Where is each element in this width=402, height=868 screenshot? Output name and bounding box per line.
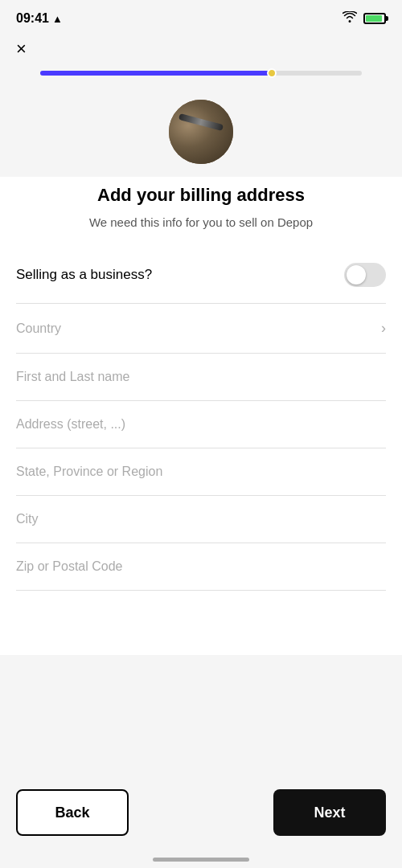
page-subtitle: We need this info for you to sell on Dep…	[24, 214, 378, 231]
avatar	[169, 100, 233, 164]
country-field-row: ›	[16, 304, 386, 354]
home-indicator	[153, 858, 249, 862]
status-bar: 09:41 ▲	[0, 0, 402, 32]
zip-field-row	[16, 543, 386, 591]
battery-icon	[363, 13, 386, 24]
business-toggle-label: Selling as a business?	[16, 267, 152, 283]
status-time: 09:41 ▲	[16, 11, 63, 26]
progress-track	[40, 71, 362, 76]
back-button[interactable]: Back	[16, 789, 129, 836]
progress-bar-container	[0, 63, 402, 92]
address-field-row	[16, 401, 386, 448]
wifi-icon	[343, 11, 357, 26]
state-input[interactable]	[16, 465, 386, 479]
title-section: Add your billing address We need this in…	[0, 177, 402, 247]
progress-fill	[40, 71, 272, 76]
state-field-row	[16, 448, 386, 496]
address-input[interactable]	[16, 417, 386, 432]
name-field-row	[16, 354, 386, 401]
business-toggle-row: Selling as a business?	[16, 247, 386, 304]
zip-input[interactable]	[16, 559, 386, 574]
bottom-spacer	[0, 591, 402, 655]
page-title: Add your billing address	[24, 185, 378, 206]
status-icons	[343, 11, 386, 26]
close-button[interactable]: ×	[16, 39, 27, 59]
location-icon: ▲	[52, 13, 63, 25]
name-input[interactable]	[16, 370, 386, 384]
form-section: Selling as a business? ›	[0, 247, 402, 591]
battery-fill	[366, 15, 382, 22]
progress-dot	[267, 68, 277, 78]
next-button[interactable]: Next	[273, 789, 386, 836]
avatar-container	[0, 92, 402, 177]
close-button-container: ×	[0, 32, 402, 63]
business-toggle-switch[interactable]	[344, 263, 386, 287]
country-input[interactable]	[16, 321, 375, 336]
toggle-knob	[347, 265, 366, 285]
city-input[interactable]	[16, 512, 386, 526]
chevron-right-icon: ›	[381, 320, 386, 337]
avatar-image	[169, 100, 233, 164]
bottom-buttons: Back Next	[0, 789, 402, 836]
city-field-row	[16, 496, 386, 543]
